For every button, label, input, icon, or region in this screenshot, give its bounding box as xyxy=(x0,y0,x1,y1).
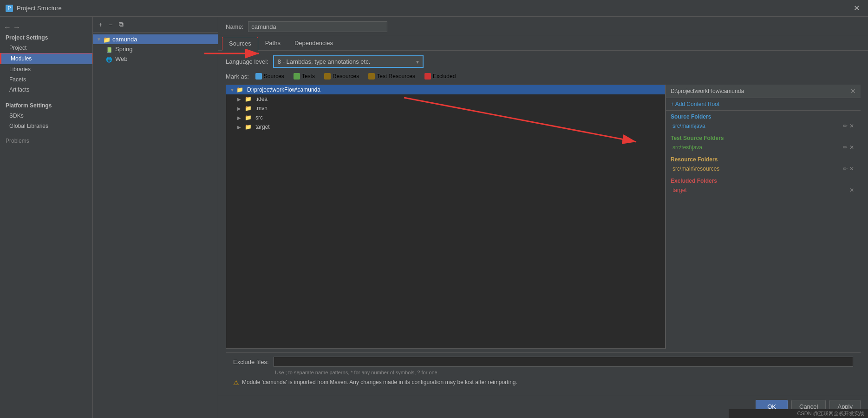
module-panel: + − ⧉ ▼ camunda Spring We xyxy=(93,17,218,418)
copy-module-button[interactable]: ⧉ xyxy=(117,20,125,29)
src-folder-icon: 📁 xyxy=(245,114,252,121)
tree-root-item[interactable]: ▼ 📁 D:\project\workFlow\camunda xyxy=(226,85,665,94)
language-level-select[interactable]: 8 - Lambdas, type annotations etc. xyxy=(274,56,423,67)
tab-sources[interactable]: Sources xyxy=(222,37,258,51)
module-tree-item-camunda[interactable]: ▼ camunda xyxy=(93,34,218,44)
language-select-wrapper: 8 - Lambdas, type annotations etc. xyxy=(273,55,424,68)
language-level-row: Language level: 8 - Lambdas, type annota… xyxy=(226,55,861,68)
sidebar-item-global-libraries[interactable]: Global Libraries xyxy=(0,121,92,131)
root-path: D:\project\workFlow\camunda xyxy=(247,86,320,93)
sidebar-item-artifacts[interactable]: Artifacts xyxy=(0,85,92,95)
module-tree-item-web[interactable]: Web xyxy=(93,54,218,64)
edit-source-folder-button[interactable]: ✏ xyxy=(843,123,848,129)
nav-back-button[interactable]: ← xyxy=(4,23,11,32)
mark-sources-button[interactable]: Sources xyxy=(253,72,287,81)
mark-excluded-button[interactable]: Excluded xyxy=(422,72,458,81)
warning-text: Module 'camunda' is imported from Maven.… xyxy=(242,379,517,385)
edit-test-folder-button[interactable]: ✏ xyxy=(843,144,848,151)
exclude-files-label: Exclude files: xyxy=(233,358,269,365)
mark-excluded-label: Excluded xyxy=(433,73,456,80)
bottom-bar-text: CSDN @互联网全栈开发实战 xyxy=(797,411,864,416)
title-bar-left: P Project Structure xyxy=(6,5,62,12)
title-bar: P Project Structure ✕ xyxy=(0,0,868,17)
sidebar-item-modules[interactable]: Modules xyxy=(0,53,92,64)
source-folders-section: Source Folders src\main\java ✏ ✕ xyxy=(666,111,861,132)
sidebar-item-libraries[interactable]: Libraries xyxy=(0,64,92,74)
dialog-container: P Project Structure ✕ ← → Project Settin… xyxy=(0,0,868,418)
expand-arrow-camunda: ▼ xyxy=(97,37,101,42)
module-toolbar: + − ⧉ xyxy=(93,17,218,33)
folder-icon-spring xyxy=(106,46,113,53)
window-close-button[interactable]: ✕ xyxy=(851,3,862,13)
info-panel: D:\project\workFlow\camunda ✕ + Add Cont… xyxy=(666,85,861,349)
delete-test-folder-button[interactable]: ✕ xyxy=(849,144,854,151)
project-settings-title: Project Settings xyxy=(0,32,92,43)
sidebar-item-problems[interactable]: Problems xyxy=(0,136,92,146)
add-module-button[interactable]: + xyxy=(97,20,104,29)
app-icon: P xyxy=(6,5,13,12)
test-folder-edit-btns: ✏ ✕ xyxy=(843,144,854,151)
folder-icon-camunda xyxy=(103,36,111,43)
target-folder-name: target xyxy=(255,124,270,130)
name-input[interactable] xyxy=(248,21,387,32)
mvn-folder-icon: 📁 xyxy=(245,105,252,112)
idea-folder-name: .idea xyxy=(255,96,268,102)
tab-content: Language level: 8 - Lambdas, type annota… xyxy=(218,51,868,395)
remove-module-button[interactable]: − xyxy=(107,20,114,29)
warning-icon: ⚠ xyxy=(233,379,239,386)
test-resources-icon xyxy=(368,73,375,80)
test-source-path: src\test\java xyxy=(672,144,702,151)
tree-item-idea[interactable]: ▶ 📁 .idea xyxy=(226,94,665,104)
root-folder-icon: 📁 xyxy=(236,86,243,93)
test-source-title: Test Source Folders xyxy=(671,135,856,141)
module-name-spring: Spring xyxy=(115,46,133,53)
mark-test-resources-button[interactable]: Test Resources xyxy=(365,72,418,81)
language-level-label: Language level: xyxy=(226,58,268,65)
mark-resources-label: Resources xyxy=(333,73,359,80)
mark-resources-button[interactable]: Resources xyxy=(321,72,362,81)
excluded-path: target xyxy=(672,187,687,193)
excluded-icon xyxy=(424,73,431,80)
folder-icon-web xyxy=(106,56,113,62)
sources-tree: ▼ 📁 D:\project\workFlow\camunda ▶ 📁 .ide… xyxy=(226,85,666,349)
nav-forward-button[interactable]: → xyxy=(13,23,20,32)
nav-arrows: ← → xyxy=(0,20,92,32)
delete-excluded-folder-button[interactable]: ✕ xyxy=(849,187,854,193)
tree-item-src[interactable]: ▶ 📁 src xyxy=(226,113,665,122)
mark-as-label: Mark as: xyxy=(226,73,249,80)
tab-bar: Sources Paths Dependencies xyxy=(218,36,868,51)
sidebar-item-facets[interactable]: Facets xyxy=(0,74,92,85)
source-folder-row: src\main\java ✏ ✕ xyxy=(671,122,856,130)
edit-resource-folder-button[interactable]: ✏ xyxy=(843,166,848,172)
tests-icon xyxy=(294,73,300,80)
tab-dependencies[interactable]: Dependencies xyxy=(287,36,340,50)
delete-source-folder-button[interactable]: ✕ xyxy=(849,123,854,129)
test-source-folders-section: Test Source Folders src\test\java ✏ ✕ xyxy=(666,132,861,153)
sidebar-item-project[interactable]: Project xyxy=(0,43,92,53)
info-close-button[interactable]: ✕ xyxy=(850,87,856,95)
tab-paths[interactable]: Paths xyxy=(258,36,287,50)
mark-tests-label: Tests xyxy=(302,73,315,80)
add-content-root-button[interactable]: + Add Content Root xyxy=(666,98,861,111)
module-tree-item-spring[interactable]: Spring xyxy=(93,44,218,54)
module-tree: ▼ camunda Spring Web xyxy=(93,33,218,418)
main-layout: ← → Project Settings Project Modules Lib… xyxy=(0,17,868,418)
idea-folder-icon: 📁 xyxy=(245,96,252,102)
source-folder-edit-btns: ✏ ✕ xyxy=(843,123,854,129)
info-header: D:\project\workFlow\camunda ✕ xyxy=(666,85,861,98)
sidebar-item-sdks[interactable]: SDKs xyxy=(0,111,92,121)
module-name-camunda: camunda xyxy=(112,36,137,43)
src-folder-name: src xyxy=(255,114,263,121)
excluded-title: Excluded Folders xyxy=(671,178,856,184)
module-name-web: Web xyxy=(115,55,128,62)
mark-tests-button[interactable]: Tests xyxy=(291,72,318,81)
resource-path: src\main\resources xyxy=(672,166,719,172)
resource-folders-section: Resource Folders src\main\resources ✏ ✕ xyxy=(666,153,861,175)
exclude-files-row: Exclude files: xyxy=(233,357,853,367)
test-source-folder-row: src\test\java ✏ ✕ xyxy=(671,143,856,152)
tree-item-mvn[interactable]: ▶ 📁 .mvn xyxy=(226,104,665,113)
delete-resource-folder-button[interactable]: ✕ xyxy=(849,166,854,172)
tree-item-target[interactable]: ▶ 📁 target xyxy=(226,122,665,132)
mark-as-row: Mark as: Sources Tests Resources xyxy=(226,72,861,81)
exclude-files-input[interactable] xyxy=(274,357,853,367)
